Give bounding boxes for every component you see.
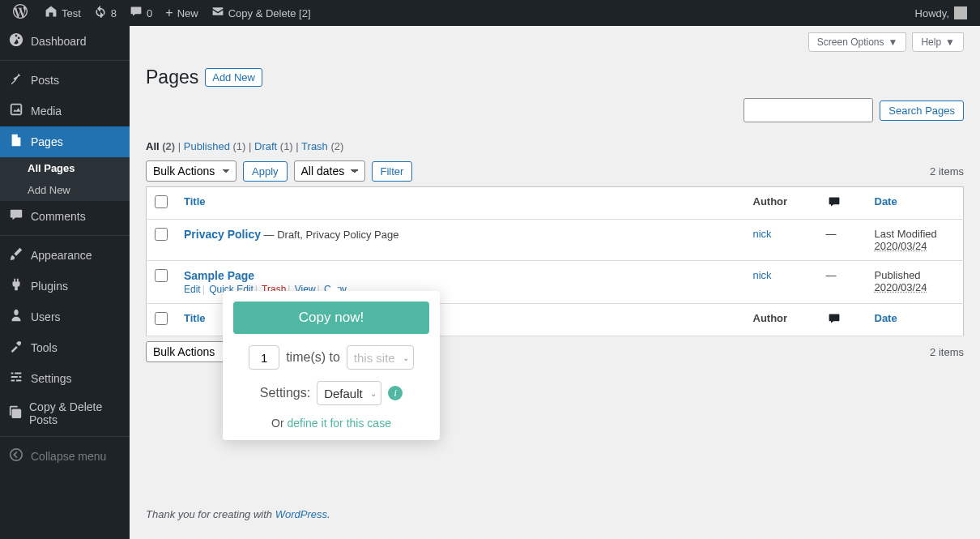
info-icon[interactable]: i	[388, 386, 403, 400]
bulk-actions-select[interactable]: Bulk Actions	[146, 160, 236, 182]
col-author: Author	[745, 304, 818, 336]
row-title-link[interactable]: Privacy Policy	[184, 228, 261, 241]
status-filters: All (2) | Published (1) | Draft (1) | Tr…	[146, 140, 964, 152]
collapse-icon	[8, 447, 24, 465]
copy-count-input[interactable]	[249, 345, 279, 370]
comments-value: —	[826, 269, 837, 281]
col-title[interactable]: Title	[184, 312, 206, 324]
site-select[interactable]: this site	[347, 345, 414, 370]
updates[interactable]: 8	[87, 0, 123, 26]
menu-label: Posts	[31, 74, 59, 87]
footer: Thank you for creating with WordPress.	[146, 508, 964, 520]
filter-all[interactable]: All (2)	[146, 140, 175, 152]
content-area: Screen Options▼ Help▼ Pages Add New Sear…	[130, 26, 980, 539]
date-label: Published	[875, 269, 921, 281]
submenu-all-pages[interactable]: All Pages	[0, 157, 130, 179]
filter-draft[interactable]: Draft (1)	[254, 140, 293, 152]
menu-media[interactable]: Media	[0, 96, 130, 126]
items-count: 2 items	[930, 346, 964, 358]
copy-delete-bar[interactable]: Copy & Delete [2]	[205, 0, 317, 26]
date-value: 2020/03/24	[875, 281, 927, 293]
plus-icon: +	[165, 6, 173, 20]
comment-icon	[130, 5, 143, 21]
mail-icon	[211, 5, 224, 21]
comments-icon	[826, 195, 842, 208]
comments-icon	[826, 312, 842, 325]
col-title[interactable]: Title	[184, 195, 206, 207]
plug-icon	[8, 277, 24, 295]
col-date[interactable]: Date	[875, 312, 897, 324]
date-filter-select[interactable]: All dates	[294, 160, 365, 182]
define-link[interactable]: define it for this case	[288, 417, 391, 430]
menu-settings[interactable]: Settings	[0, 363, 130, 394]
menu-appearance[interactable]: Appearance	[0, 240, 130, 271]
select-all-checkbox[interactable]	[155, 312, 168, 325]
copy-delete-label: Copy & Delete [2]	[228, 7, 311, 19]
comments-bubble[interactable]: 0	[123, 0, 159, 26]
copy-icon	[8, 404, 23, 422]
admin-bar: Test 8 0 +New Copy & Delete [2] Howdy,	[0, 0, 980, 26]
new-content[interactable]: +New	[159, 0, 204, 26]
menu-label: Users	[31, 310, 61, 323]
row-title-link[interactable]: Sample Page	[184, 269, 254, 282]
menu-posts[interactable]: Posts	[0, 65, 130, 96]
search-pages-button[interactable]: Search Pages	[880, 101, 964, 121]
menu-label: Tools	[31, 341, 58, 354]
menu-label: Comments	[31, 210, 86, 223]
menu-label: Plugins	[31, 280, 68, 293]
home-icon	[45, 5, 58, 21]
my-account[interactable]: Howdy,	[909, 0, 974, 26]
action-edit[interactable]: Edit	[184, 284, 201, 295]
menu-users[interactable]: Users	[0, 302, 130, 332]
menu-copy-delete[interactable]: Copy & Delete Posts	[0, 394, 130, 433]
wrench-icon	[8, 339, 24, 357]
submenu-pages: All Pages Add New	[0, 157, 130, 201]
copy-popup: Copy now! time(s) to this site ⌄ Setting…	[223, 291, 440, 440]
row-checkbox[interactable]	[155, 228, 168, 241]
settings-select[interactable]: Default	[317, 381, 381, 405]
screen-options-button[interactable]: Screen Options▼	[808, 32, 907, 52]
chevron-down-icon: ▼	[888, 36, 898, 48]
wp-logo[interactable]	[6, 0, 38, 26]
updates-count: 8	[111, 7, 117, 19]
menu-label: Copy & Delete Posts	[29, 400, 121, 426]
howdy-label: Howdy,	[915, 7, 949, 19]
search-input[interactable]	[744, 98, 873, 122]
menu-comments[interactable]: Comments	[0, 201, 130, 232]
author-link[interactable]: nick	[753, 228, 772, 240]
site-name[interactable]: Test	[38, 0, 87, 26]
pin-icon	[8, 71, 24, 89]
comment-icon	[8, 207, 24, 225]
author-link[interactable]: nick	[753, 269, 772, 281]
menu-label: Media	[31, 105, 62, 118]
col-date[interactable]: Date	[875, 195, 897, 207]
menu-plugins[interactable]: Plugins	[0, 271, 130, 302]
admin-menu: Dashboard Posts Media Pages All Pages Ad…	[0, 26, 130, 539]
menu-dashboard[interactable]: Dashboard	[0, 26, 130, 57]
copy-now-button[interactable]: Copy now!	[233, 302, 429, 334]
filter-published[interactable]: Published (1)	[184, 140, 246, 152]
submenu-add-new[interactable]: Add New	[0, 179, 130, 201]
site-label: Test	[62, 7, 81, 19]
settings-label: Settings:	[260, 386, 310, 400]
apply-button[interactable]: Apply	[243, 161, 288, 182]
collapse-menu[interactable]: Collapse menu	[0, 441, 130, 472]
collapse-label: Collapse menu	[31, 450, 106, 463]
menu-label: Dashboard	[31, 35, 87, 48]
filter-button[interactable]: Filter	[372, 161, 413, 182]
date-label: Last Modified	[875, 228, 937, 240]
avatar-icon	[954, 6, 967, 19]
menu-pages[interactable]: Pages	[0, 126, 130, 157]
update-icon	[94, 5, 107, 21]
svg-point-0	[11, 449, 22, 460]
chevron-down-icon: ▼	[945, 36, 955, 48]
row-checkbox[interactable]	[155, 269, 168, 282]
wordpress-link[interactable]: WordPress	[275, 508, 327, 520]
users-icon	[8, 308, 24, 326]
filter-trash[interactable]: Trash (2)	[301, 140, 343, 152]
help-button[interactable]: Help▼	[912, 32, 964, 52]
select-all-checkbox[interactable]	[155, 195, 168, 208]
add-new-button[interactable]: Add New	[205, 68, 262, 87]
table-row: Privacy Policy — Draft, Privacy Policy P…	[147, 220, 964, 261]
menu-tools[interactable]: Tools	[0, 332, 130, 363]
